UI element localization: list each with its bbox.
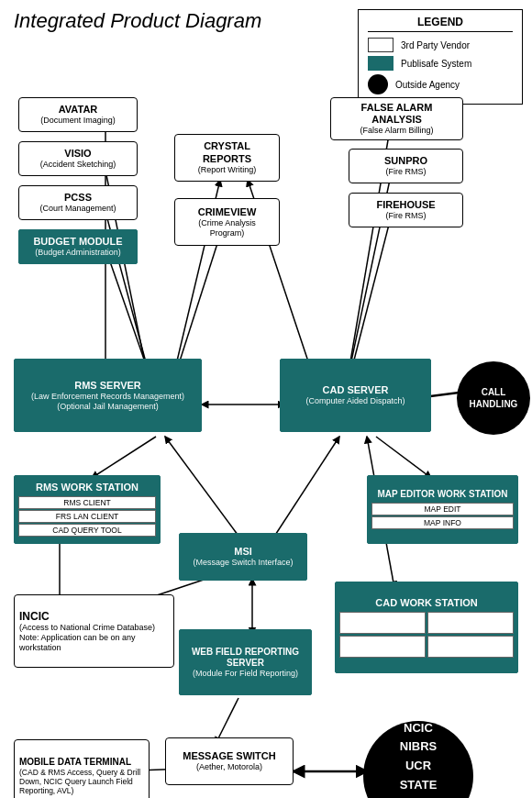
cad-client-item: CAD CLIENT <box>427 636 514 658</box>
legend-item-publisafe: Publisafe System <box>368 56 513 71</box>
sunpro-subtitle: (Fire RMS) <box>386 167 427 177</box>
legend-swatch-white <box>368 38 393 52</box>
visio-title: VISIO <box>64 148 91 160</box>
mobile-data-subtitle: (CAD & RMS Access, Query & Drill Down, N… <box>19 768 144 796</box>
svg-line-6 <box>176 235 220 372</box>
svg-line-9 <box>350 221 390 374</box>
map-edit-item: MAP EDIT <box>371 503 514 515</box>
rms-workstation-title: RMS WORK STATION <box>36 482 139 493</box>
map-geo-item: MAP(Mapping & Geo File) <box>339 612 426 634</box>
map-editor-title: MAP EDITOR WORK STATION <box>377 489 507 500</box>
crystal-box: CRYSTAL REPORTS (Report Writing) <box>174 134 280 182</box>
mobile-data-title: MOBILE DATA TERMINAL <box>19 757 131 768</box>
page-container: LEGEND 3rd Party Vendor Publisafe System… <box>0 0 532 798</box>
map-out-item: MAP OUT(Map Editing) <box>427 612 514 634</box>
crimeview-box: CRIMEVIEW (Crime Analysis Program) <box>174 198 280 246</box>
rms-server-box: RMS SERVER (Law Enforcement Records Mana… <box>14 359 202 432</box>
svg-line-14 <box>165 437 243 542</box>
ncic-circle: NCIC NIBRS UCR STATE COUNTY REGION <box>363 721 473 798</box>
false-alarm-title: FALSE ALARM ANALYSIS <box>337 102 457 126</box>
svg-line-15 <box>271 437 339 542</box>
sunpro-title: SUNPRO <box>384 155 427 167</box>
firehouse-title: FIREHOUSE <box>376 199 435 211</box>
call-handling-circle: CALL HANDLING <box>457 361 530 435</box>
diagram: AVATAR (Document Imaging) VISIO (Acciden… <box>9 79 523 798</box>
legend-label-vendor: 3rd Party Vendor <box>401 40 470 50</box>
web-field-title: WEB FIELD REPORTING SERVER <box>185 647 305 669</box>
pcss-title: PCSS <box>64 192 92 204</box>
svg-line-3 <box>105 249 149 372</box>
map-editor-list: MAP EDIT MAP INFO <box>371 503 514 530</box>
mobile-data-box: MOBILE DATA TERMINAL (CAD & RMS Access, … <box>14 739 150 798</box>
incic-title: INCIC <box>19 610 50 623</box>
cad-query-tool-item: CAD QUERY TOOLInterface NCIC <box>339 636 426 658</box>
crystal-title: CRYSTAL REPORTS <box>181 140 273 164</box>
rms-server-title: RMS SERVER <box>74 380 141 392</box>
map-info-item: MAP INFO <box>371 516 514 529</box>
avatar-box: AVATAR (Document Imaging) <box>18 97 138 132</box>
message-switch-title: MESSAGE SWITCH <box>183 750 275 762</box>
msi-box: MSI (Message Switch Interface) <box>179 533 307 581</box>
incic-box: INCIC (Access to National Crime Database… <box>14 594 174 668</box>
incic-subtitle: (Access to National Crime Database) Note… <box>19 623 169 652</box>
visio-box: VISIO (Accident Sketching) <box>18 141 138 176</box>
legend-item-vendor: 3rd Party Vendor <box>368 38 513 52</box>
false-alarm-box: FALSE ALARM ANALYSIS (False Alarm Billin… <box>330 97 463 140</box>
cad-workstation-grid: MAP(Mapping & Geo File) MAP OUT(Map Edit… <box>339 612 514 658</box>
budget-box: BUDGET MODULE (Budget Administration) <box>18 229 138 264</box>
sunpro-box: SUNPRO (Fire RMS) <box>349 149 463 183</box>
message-switch-box: MESSAGE SWITCH (Aether, Motorola) <box>165 737 294 785</box>
rms-workstation-box: RMS WORK STATION RMS CLIENT FRS LAN CLIE… <box>14 475 161 544</box>
false-alarm-subtitle: (False Alarm Billing) <box>360 126 433 136</box>
cad-server-subtitle: (Computer Aided Dispatch) <box>305 396 405 406</box>
legend-title: LEGEND <box>368 16 513 32</box>
budget-title: BUDGET MODULE <box>33 236 122 248</box>
crystal-subtitle: (Report Writing) <box>198 165 256 175</box>
frs-lan-item: FRS LAN CLIENT <box>18 510 156 523</box>
svg-line-12 <box>92 437 156 478</box>
avatar-title: AVATAR <box>59 104 98 116</box>
msi-title: MSI <box>234 546 252 558</box>
ncic-label: NCIC NIBRS UCR STATE COUNTY REGION <box>393 719 444 798</box>
firehouse-subtitle: (Fire RMS) <box>386 211 427 221</box>
pcss-subtitle: (Court Management) <box>39 204 116 214</box>
call-handling-label: CALL HANDLING <box>457 386 530 410</box>
msi-subtitle: (Message Switch Interface) <box>193 558 293 568</box>
svg-line-13 <box>376 437 431 478</box>
avatar-subtitle: (Document Imaging) <box>40 116 116 126</box>
rms-workstation-list: RMS CLIENT FRS LAN CLIENT CAD QUERY TOOL <box>18 496 156 538</box>
budget-subtitle: (Budget Administration) <box>35 248 121 258</box>
visio-subtitle: (Accident Sketching) <box>40 160 116 170</box>
rms-server-subtitle: (Law Enforcement Records Management) (Op… <box>20 392 195 412</box>
cad-server-box: CAD SERVER (Computer Aided Dispatch) <box>280 359 431 432</box>
crimeview-subtitle: (Crime Analysis Program) <box>181 218 273 238</box>
cad-server-title: CAD SERVER <box>323 384 389 396</box>
legend-label-publisafe: Publisafe System <box>401 59 471 69</box>
rms-client-item: RMS CLIENT <box>18 496 156 509</box>
web-field-box: WEB FIELD REPORTING SERVER (Module For F… <box>179 629 312 695</box>
map-editor-box: MAP EDITOR WORK STATION MAP EDIT MAP INF… <box>367 475 518 544</box>
cad-workstation-title: CAD WORK STATION <box>375 597 477 609</box>
web-field-subtitle: (Module For Field Reporting) <box>193 669 298 679</box>
message-switch-subtitle: (Aether, Motorola) <box>196 762 262 772</box>
legend-swatch-teal <box>368 56 393 71</box>
pcss-box: PCSS (Court Management) <box>18 185 138 220</box>
crimeview-title: CRIMEVIEW <box>198 206 257 218</box>
firehouse-box: FIREHOUSE (Fire RMS) <box>349 193 463 227</box>
cad-query-rms-item: CAD QUERY TOOL <box>18 524 156 537</box>
cad-workstation-box: CAD WORK STATION MAP(Mapping & Geo File)… <box>335 582 518 673</box>
